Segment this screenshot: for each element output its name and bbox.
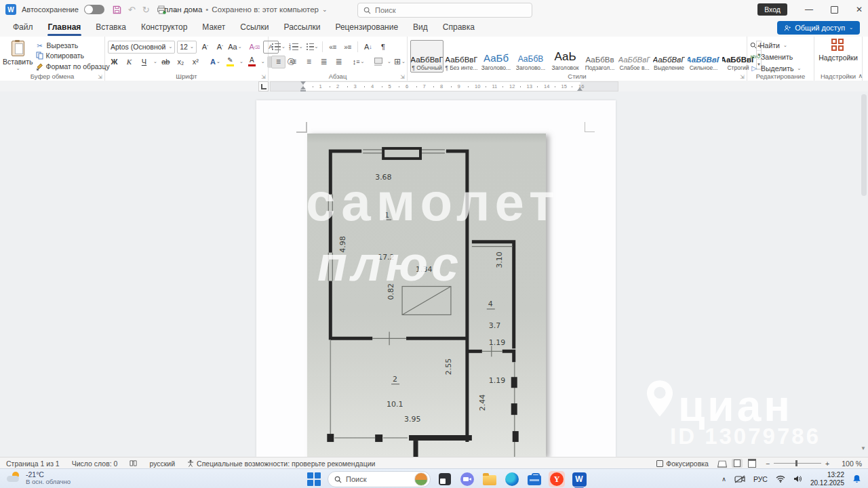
- weather-widget[interactable]: -21°C В осн. облачно: [7, 470, 71, 486]
- align-center-button[interactable]: ≡: [288, 56, 300, 68]
- tab-stop-selector[interactable]: [258, 81, 269, 92]
- find-button[interactable]: Найти⌄: [750, 39, 811, 51]
- yandex-browser-button[interactable]: Y: [549, 471, 565, 487]
- borders-button[interactable]: ⊞⌄: [393, 56, 406, 68]
- indent-marker-right[interactable]: [577, 87, 583, 91]
- align-left-button[interactable]: ≡: [271, 56, 285, 68]
- zoom-level[interactable]: 100 %: [835, 460, 868, 468]
- chat-button[interactable]: [459, 471, 475, 487]
- superscript-button[interactable]: x²: [189, 56, 202, 68]
- font-color-button[interactable]: А: [245, 56, 258, 68]
- undo-icon[interactable]: ↶: [128, 5, 136, 14]
- text-effects-button[interactable]: А⌄: [209, 56, 222, 68]
- document-area[interactable]: 3.68117.24.981.340.823.1043.71.192.55210…: [0, 92, 868, 457]
- language-indicator[interactable]: РУС: [753, 475, 768, 483]
- explorer-button[interactable]: [481, 471, 498, 487]
- wifi-icon[interactable]: [776, 475, 785, 483]
- tab-рецензирование[interactable]: Рецензирование: [328, 19, 406, 37]
- tab-макет[interactable]: Макет: [195, 19, 233, 37]
- paragraph-dialog-launcher[interactable]: ⇲: [400, 74, 405, 80]
- zoom-in-button[interactable]: +: [825, 460, 835, 468]
- style-gallery-item[interactable]: АаБбВЗаголово...: [514, 40, 547, 73]
- close-button[interactable]: ✕: [856, 5, 863, 14]
- tab-ссылки[interactable]: Ссылки: [233, 19, 276, 37]
- shrink-font-button[interactable]: Аˇ: [214, 41, 226, 53]
- floor-plan-image[interactable]: 3.68117.24.981.340.823.1043.71.192.55210…: [307, 134, 546, 457]
- align-right-button[interactable]: ≡: [302, 56, 315, 68]
- clock[interactable]: 13:22 20.12.2025: [810, 471, 844, 487]
- cut-button[interactable]: ✂ Вырезать: [36, 41, 110, 50]
- font-dialog-launcher[interactable]: ⇲: [261, 74, 266, 80]
- print-layout-button[interactable]: [732, 459, 743, 468]
- page-indicator[interactable]: Страница 1 из 1: [0, 460, 66, 468]
- format-painter-button[interactable]: Формат по образцу: [36, 62, 110, 71]
- grow-font-button[interactable]: Аˆ: [199, 41, 212, 53]
- taskbar-search[interactable]: Поиск: [328, 471, 431, 487]
- maximize-button[interactable]: [831, 6, 838, 14]
- subscript-button[interactable]: x₂: [174, 56, 187, 68]
- style-gallery-item[interactable]: АаБбВвГСлабое в...: [618, 40, 651, 73]
- proofing-status[interactable]: [123, 460, 143, 467]
- italic-button[interactable]: К: [123, 56, 136, 68]
- tab-вставка[interactable]: Вставка: [88, 19, 134, 37]
- paste-button[interactable]: Вставить ⌄: [3, 39, 33, 71]
- justify-button[interactable]: ≣: [317, 56, 330, 68]
- font-size-combo[interactable]: 12⌄: [177, 41, 197, 54]
- copy-button[interactable]: Копировать: [36, 51, 110, 60]
- distribute-button[interactable]: ≣: [332, 56, 345, 68]
- minimize-button[interactable]: —: [805, 5, 813, 14]
- styles-dialog-launcher[interactable]: ⇲: [740, 74, 745, 80]
- tab-главная[interactable]: Главная: [41, 19, 89, 37]
- web-layout-button[interactable]: [747, 459, 757, 468]
- zoom-slider[interactable]: [774, 463, 821, 464]
- change-case-button[interactable]: Аа⌄: [229, 41, 241, 53]
- word-taskbar-button[interactable]: W: [571, 471, 587, 487]
- notification-bell-icon[interactable]: [852, 474, 861, 483]
- read-mode-button[interactable]: [717, 459, 728, 468]
- show-marks-button[interactable]: ¶: [376, 41, 389, 53]
- font-name-combo[interactable]: Aptos (Основной⌄: [108, 41, 175, 54]
- style-gallery-item[interactable]: АаБбВвПодзагол...: [583, 40, 616, 73]
- save-icon[interactable]: [113, 5, 121, 14]
- bold-button[interactable]: Ж: [108, 56, 121, 68]
- signin-button[interactable]: Вход: [757, 3, 787, 16]
- tab-справка[interactable]: Справка: [435, 19, 482, 37]
- replace-button[interactable]: ab↺ Заменить: [750, 51, 811, 62]
- underline-button[interactable]: Ч: [138, 56, 151, 68]
- tab-вид[interactable]: Вид: [406, 19, 435, 37]
- autosave-toggle[interactable]: [84, 5, 104, 14]
- camera-off-icon[interactable]: [734, 475, 745, 483]
- numbering-button[interactable]: 123⌄: [288, 41, 304, 53]
- addins-icon[interactable]: [831, 39, 845, 52]
- titlebar-search[interactable]: Поиск: [357, 3, 532, 18]
- shading-fill-button[interactable]: [372, 56, 384, 68]
- highlight-button[interactable]: ✎: [224, 56, 237, 68]
- document-title[interactable]: план дома • Сохранено в: этот компьютер …: [164, 0, 328, 19]
- collapse-ribbon-icon[interactable]: ∧: [858, 73, 863, 79]
- vertical-scrollbar[interactable]: [861, 94, 867, 196]
- sort-button[interactable]: А↓: [361, 41, 374, 53]
- tab-рассылки[interactable]: Рассылки: [277, 19, 328, 37]
- zoom-out-button[interactable]: −: [760, 460, 770, 468]
- briefcase-app-button[interactable]: [526, 471, 542, 487]
- clipboard-dialog-launcher[interactable]: ⇲: [98, 74, 102, 80]
- line-spacing-button[interactable]: ↕≡⌄: [352, 56, 365, 68]
- scroll-down-arrow[interactable]: ▼: [861, 445, 866, 451]
- tray-expand-icon[interactable]: ∧: [722, 476, 726, 483]
- tab-конструктор[interactable]: Конструктор: [134, 19, 195, 37]
- strikethrough-button[interactable]: ab: [159, 56, 172, 68]
- start-button[interactable]: [307, 472, 321, 487]
- focus-button[interactable]: Фокусировка: [650, 460, 715, 468]
- accessibility-status[interactable]: Специальные возможности: проверьте реком…: [181, 460, 381, 468]
- language-status[interactable]: русский: [143, 460, 181, 468]
- addins-button[interactable]: Надстройки: [818, 54, 858, 62]
- tab-файл[interactable]: Файл: [5, 19, 41, 37]
- edge-button[interactable]: [504, 471, 520, 487]
- style-gallery-item[interactable]: АаБбВвГВыделение: [652, 40, 686, 73]
- share-button[interactable]: Общий доступ ⌄: [777, 21, 860, 35]
- redo-icon[interactable]: ↻: [142, 5, 150, 14]
- style-gallery-item[interactable]: АаБбВвГ¶ Без инте...: [445, 40, 478, 73]
- style-gallery-item[interactable]: АаЬЗаголовок: [549, 40, 582, 73]
- horizontal-ruler[interactable]: 12345678910111213141516: [270, 81, 618, 92]
- clear-formatting-button[interactable]: А⌫: [248, 41, 261, 53]
